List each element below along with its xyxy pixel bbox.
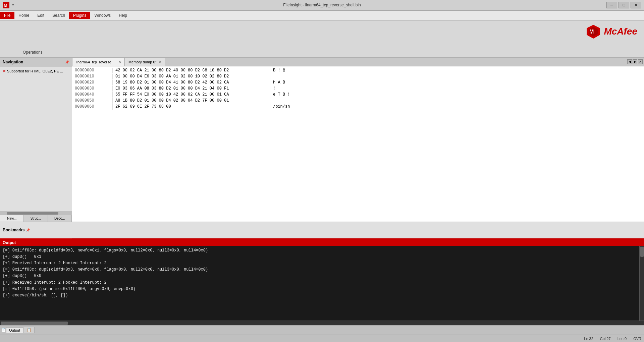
output-header: Output [0,239,644,246]
hex-addr-6: 00000060 [72,104,112,110]
hex-bytes-5: A8 1B 80 D2 01 00 00 D4 02 00 04 D2 7F 0… [112,98,270,104]
tab-memory-dump[interactable]: Memory dump 0* ✕ [125,58,165,66]
output-content[interactable]: [=] 0x11ff03c: dup3(oldfd=0x3, newfd=0x1… [0,246,639,321]
sidebar-tabs: Navi... Struc... Deco... [0,215,72,222]
minimize-button[interactable]: ─ [606,2,617,8]
svg-text:M: M [589,29,594,35]
tab-memory-dump-close[interactable]: ✕ [159,60,161,64]
hex-chars-4: e T B ! [270,92,644,98]
menu-home[interactable]: Home [14,12,33,19]
tab-nav-right[interactable]: ▶ [633,59,637,64]
output-line-0: [=] 0x11ff03c: dup3(oldfd=0x3, newfd=0x1… [3,247,637,254]
tab-nav-buttons: ◀ ▶ ✕ [626,59,644,65]
hex-row-3: 00000030 E0 03 06 AA 08 03 80 D2 01 00 0… [72,86,644,92]
hex-addr-2: 00000020 [72,80,112,86]
output-tab-secondary-icon: 📋 [27,328,32,332]
hex-chars-3: ! [270,86,644,92]
sidebar-pin-icon: 📌 [65,60,69,64]
output-title: Output [3,240,16,245]
hex-row-5: 00000050 A8 1B 80 D2 01 00 00 D4 02 00 0… [72,98,644,104]
sidebar-item-label: Supported for HTML, OLE2, PE ... [7,69,63,73]
hex-chars-2: h A B [270,80,644,86]
status-mode: OVR [633,337,641,341]
output-line-3: [=] 0x11ff03c: dup3(oldfd=0x3, newfd=0x0… [3,267,637,273]
output-line-1: [+] dup3() = 0x1 [3,254,637,260]
menu-edit[interactable]: Edit [33,12,48,19]
window-controls: ─ □ ✕ [606,2,641,8]
hex-chars-5 [270,98,644,104]
x-icon: ✕ [3,69,6,73]
status-ln: Ln 32 [584,337,593,341]
hex-chars-0: B ! @ [270,68,644,73]
bookmarks-pin-icon: 📌 [26,228,30,232]
output-tab-output[interactable]: Output [6,327,23,333]
status-bar: Ln 32 Col 27 Len 0 OVR [0,335,644,342]
output-scrollbar-h[interactable] [0,321,644,325]
tab-main-file-label: linarm64_tcp_reverse_... [76,60,116,64]
svg-text:M: M [4,3,7,8]
close-button[interactable]: ✕ [631,2,641,8]
bookmarks-row: Bookmarks 📌 [0,222,644,238]
tab-nav-left[interactable]: ◀ [627,59,632,64]
sidebar-title: Navigation [3,60,23,64]
hex-bytes-3: E0 03 06 AA 08 03 80 D2 01 00 00 D4 21 0… [112,86,270,92]
hex-addr-1: 00000010 [72,74,112,79]
output-tab-output-label: Output [9,328,20,332]
hex-row-4: 00000040 65 FF FF 54 E0 00 00 10 42 00 0… [72,92,644,98]
output-line-5: [+] Received Interupt: 2 Hooked Interupt… [3,280,637,286]
bookmarks-sidebar-section: Bookmarks 📌 [0,222,72,238]
hex-row-0: 00000000 42 00 02 CA 21 00 80 D2 40 00 8… [72,68,644,74]
output-line-6: [=] 0x11ff058: (pathname=0x11ff060, argv… [3,286,637,292]
hex-row-6: 00000060 2F 62 69 6E 2F 73 68 00 /bin/sh [72,104,644,110]
hex-row-1: 00000010 01 00 00 D4 E6 03 00 AA 01 02 0… [72,74,644,80]
tab-close-all[interactable]: ✕ [638,59,643,64]
sidebar-scrollbar-h[interactable] [0,211,72,215]
menu-plugins[interactable]: Plugins [69,12,90,19]
hex-chars-1 [270,74,644,79]
hex-view[interactable]: 00000000 42 00 02 CA 21 00 80 D2 40 00 8… [72,66,644,222]
output-tabs: 📄 Output 📋 [0,325,644,335]
sidebar-header: Navigation 📌 [0,58,72,67]
hex-bytes-1: 01 00 00 D4 E6 03 00 AA 01 02 00 10 02 0… [112,74,270,79]
output-line-4: [+] dup3() = 0x0 [3,273,637,279]
toolbar-area: Operations M McAfee [0,21,644,58]
app-icon: M [3,2,9,8]
output-vscroll[interactable] [639,246,644,321]
tab-main-file-close[interactable]: ✕ [118,60,121,64]
menu-file[interactable]: File [0,12,14,19]
sidebar-tab-deco[interactable]: Deco... [48,215,72,222]
bookmarks-panel [72,222,644,238]
mcafee-text: McAfee [604,26,637,37]
menu-bar: File Home Edit Search Plugins Windows He… [0,11,644,21]
sidebar-tab-navi[interactable]: Navi... [0,215,24,222]
middle-row: Navigation 📌 ✕ Supported for HTML, OLE2,… [0,58,644,222]
content-area: linarm64_tcp_reverse_... ✕ Memory dump 0… [72,58,644,222]
tab-bar: linarm64_tcp_reverse_... ✕ Memory dump 0… [72,58,644,66]
tab-main-file[interactable]: linarm64_tcp_reverse_... ✕ [72,58,125,66]
output-line-7: [+] execve(/bin/sh, [], []) [3,292,637,299]
menu-help[interactable]: Help [115,12,131,19]
menu-search[interactable]: Search [48,12,69,19]
hex-bytes-6: 2F 62 69 6E 2F 73 68 00 [112,104,270,110]
hex-addr-5: 00000050 [72,98,112,104]
output-panel: Output [=] 0x11ff03c: dup3(oldfd=0x3, ne… [0,238,644,325]
sidebar-tab-struc[interactable]: Struc... [24,215,48,222]
output-tab-secondary[interactable]: 📋 [24,327,35,333]
output-scrollbar-thumb[interactable] [1,322,68,325]
bookmarks-sidebar-header: Bookmarks [3,228,24,232]
tab-memory-dump-label: Memory dump 0* [128,60,157,64]
output-tab-icon: 📄 [1,328,5,332]
sidebar-item-supported[interactable]: ✕ Supported for HTML, OLE2, PE ... [1,68,70,74]
output-vscroll-thumb[interactable] [640,247,644,257]
window-title: FileInsight - linarm64_tcp_reverse_shell… [283,3,361,7]
sidebar-scroll-thumb[interactable] [7,212,58,215]
hex-bytes-2: 68 19 80 D2 01 00 00 D4 41 00 80 D2 42 0… [112,80,270,86]
sidebar: Navigation 📌 ✕ Supported for HTML, OLE2,… [0,58,72,222]
hex-bytes-4: 65 FF FF 54 E0 00 00 10 42 00 02 CA 21 0… [112,92,270,98]
maximize-button[interactable]: □ [619,2,629,8]
menu-windows[interactable]: Windows [90,12,115,19]
plugins-label: Operations [23,50,43,55]
hex-addr-4: 00000040 [72,92,112,98]
hex-row-2: 00000020 68 19 80 D2 01 00 00 D4 41 00 8… [72,80,644,86]
status-col: Col 27 [600,337,611,341]
